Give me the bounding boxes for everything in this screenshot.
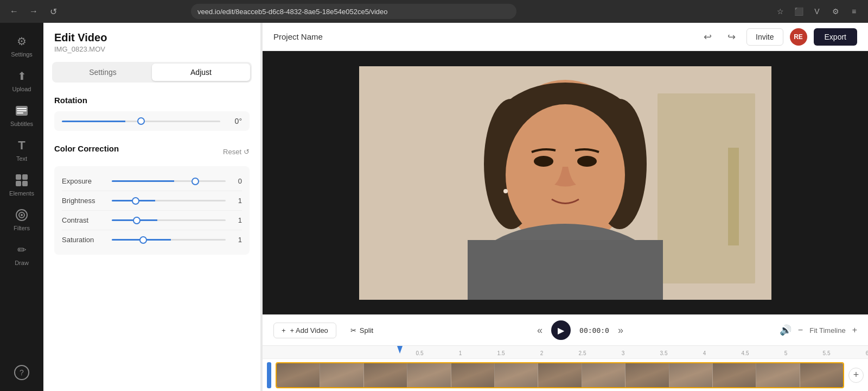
color-correction-box: Exposure 0 Brightness 1 Contrast 1 bbox=[54, 166, 250, 255]
thumb-12 bbox=[756, 363, 800, 387]
play-button[interactable]: ▶ bbox=[551, 320, 571, 340]
top-bar: Project Name ↩ ↪ Invite RE Export bbox=[263, 23, 868, 51]
settings-browser-icon[interactable]: ⚙ bbox=[828, 4, 843, 19]
text-icon: T bbox=[14, 138, 29, 153]
ext1-icon[interactable]: ⬛ bbox=[791, 4, 806, 19]
sidebar-label-filters: Filters bbox=[14, 225, 30, 231]
svg-rect-25 bbox=[468, 240, 663, 300]
zoom-in-button[interactable]: + bbox=[852, 325, 857, 335]
tab-adjust[interactable]: Adjust bbox=[152, 64, 250, 81]
playback-right: 🔊 − Fit Timeline + bbox=[780, 324, 857, 336]
address-bar[interactable]: veed.io/edit/8eacceb5-d6c8-4832-8ae5-18e… bbox=[191, 4, 516, 19]
sidebar-item-text[interactable]: T Text bbox=[4, 134, 39, 166]
ruler-mark-0: 0.5 bbox=[399, 350, 440, 356]
thumb-6 bbox=[495, 363, 538, 387]
split-label: Split bbox=[360, 326, 373, 335]
sidebar-item-upload[interactable]: ⬆ Upload bbox=[4, 64, 39, 97]
ruler-mark-11: 6 bbox=[847, 350, 868, 356]
invite-button[interactable]: Invite bbox=[746, 28, 783, 46]
rewind-button[interactable]: « bbox=[537, 325, 542, 336]
browser-bar: ← → ↺ veed.io/edit/8eacceb5-d6c8-4832-8a… bbox=[0, 0, 868, 23]
sidebar-item-draw[interactable]: ✏ Draw bbox=[4, 238, 39, 270]
svg-rect-1 bbox=[17, 108, 27, 109]
sidebar-item-settings[interactable]: ⚙ Settings bbox=[4, 29, 39, 62]
svg-rect-5 bbox=[22, 174, 28, 180]
volume-button[interactable]: 🔊 bbox=[780, 324, 792, 336]
bookmark-icon[interactable]: ☆ bbox=[773, 4, 788, 19]
undo-button[interactable]: ↩ bbox=[699, 28, 716, 46]
svg-rect-4 bbox=[16, 174, 21, 180]
svg-point-22 bbox=[577, 156, 597, 167]
thumb-3 bbox=[364, 363, 407, 387]
ruler-mark-1: 1 bbox=[440, 350, 481, 356]
add-video-button[interactable]: + + Add Video bbox=[273, 323, 336, 338]
thumb-8 bbox=[582, 363, 626, 387]
thumb-13 bbox=[800, 363, 843, 387]
forward-button[interactable]: » bbox=[618, 325, 623, 336]
split-icon: ✂ bbox=[350, 326, 356, 335]
rotation-value: 0° bbox=[227, 117, 242, 125]
menu-icon[interactable]: ≡ bbox=[846, 4, 861, 19]
saturation-slider[interactable] bbox=[112, 239, 226, 241]
sidebar-label-draw: Draw bbox=[15, 260, 29, 266]
video-frame bbox=[359, 66, 771, 300]
fit-timeline-button[interactable]: Fit Timeline bbox=[809, 326, 845, 335]
time-display: 00:00:0 bbox=[579, 326, 609, 335]
playback-controls: + + Add Video ✂ Split « ▶ 00:00:0 » 🔊 − … bbox=[263, 315, 868, 345]
thumb-2 bbox=[320, 363, 363, 387]
forward-button[interactable]: → bbox=[26, 4, 41, 19]
sidebar-item-subtitles[interactable]: Subtitles bbox=[4, 99, 39, 131]
browser-icons: ☆ ⬛ V ⚙ ≡ bbox=[773, 4, 861, 19]
add-track-button[interactable]: + bbox=[848, 368, 864, 383]
reset-icon: ↺ bbox=[244, 148, 250, 156]
svg-point-21 bbox=[534, 156, 553, 167]
color-correction-header: Color Correction Reset ↺ bbox=[54, 144, 250, 160]
saturation-value: 1 bbox=[232, 236, 242, 244]
export-button[interactable]: Export bbox=[814, 28, 857, 46]
svg-point-10 bbox=[21, 214, 23, 216]
panel-content: Rotation 0° Color Correction Reset ↺ bbox=[43, 87, 260, 391]
track-thumbnails[interactable] bbox=[276, 362, 844, 388]
brightness-slider[interactable] bbox=[112, 200, 226, 201]
file-name: IMG_0823.MOV bbox=[54, 45, 250, 53]
reset-button[interactable]: Reset ↺ bbox=[223, 148, 250, 156]
sidebar-label-subtitles: Subtitles bbox=[10, 121, 33, 127]
timeline-track: + bbox=[263, 358, 868, 391]
filters-icon bbox=[14, 207, 29, 223]
split-button[interactable]: ✂ Split bbox=[343, 323, 381, 338]
rotation-slider[interactable] bbox=[62, 121, 220, 122]
thumb-10 bbox=[669, 363, 713, 387]
add-video-label: + Add Video bbox=[290, 326, 328, 335]
color-correction-title: Color Correction bbox=[54, 144, 119, 153]
timeline: 0.5 1 1.5 2 2.5 3 3.5 4 4.5 5 5.5 6 6.5 bbox=[263, 345, 868, 391]
sidebar-item-elements[interactable]: Elements bbox=[4, 168, 39, 201]
thumb-7 bbox=[538, 363, 582, 387]
redo-button[interactable]: ↪ bbox=[723, 28, 740, 46]
thumb-5 bbox=[451, 363, 495, 387]
svg-rect-6 bbox=[16, 181, 21, 186]
tab-settings[interactable]: Settings bbox=[54, 64, 152, 81]
refresh-button[interactable]: ↺ bbox=[46, 4, 61, 19]
bottom-bar: + + Add Video ✂ Split « ▶ 00:00:0 » 🔊 − … bbox=[263, 314, 868, 391]
ruler-marks: 0.5 1 1.5 2 2.5 3 3.5 4 4.5 5 5.5 6 6.5 bbox=[399, 346, 868, 358]
svg-rect-2 bbox=[17, 110, 27, 111]
exposure-value: 0 bbox=[232, 177, 242, 185]
ruler-mark-3: 2 bbox=[521, 350, 562, 356]
back-button[interactable]: ← bbox=[7, 4, 22, 19]
thumb-1 bbox=[277, 363, 320, 387]
sidebar-label-upload: Upload bbox=[12, 86, 31, 92]
sidebar-item-filters[interactable]: Filters bbox=[4, 203, 39, 236]
right-area: Project Name ↩ ↪ Invite RE Export bbox=[263, 23, 868, 391]
contrast-slider[interactable] bbox=[112, 219, 226, 221]
sidebar-item-help[interactable]: ? bbox=[4, 361, 39, 384]
exposure-slider[interactable] bbox=[112, 180, 226, 182]
help-icon: ? bbox=[14, 365, 29, 380]
zoom-out-button[interactable]: − bbox=[798, 325, 803, 335]
rotation-section: Rotation 0° bbox=[54, 96, 250, 131]
contrast-row: Contrast 1 bbox=[62, 211, 242, 230]
brightness-row: Brightness 1 bbox=[62, 191, 242, 211]
thumb-9 bbox=[626, 363, 669, 387]
tabs-container: Settings Adjust bbox=[43, 58, 260, 87]
ruler-mark-9: 5 bbox=[765, 350, 806, 356]
ext2-icon[interactable]: V bbox=[809, 4, 825, 19]
